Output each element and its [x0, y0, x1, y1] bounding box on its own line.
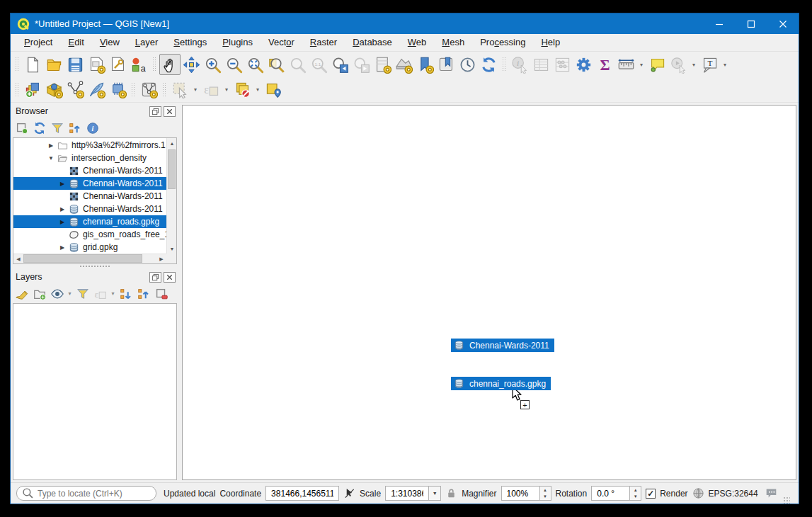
- run-feature-action-dropdown-arrow[interactable]: ▾: [689, 54, 699, 75]
- layers-float-button[interactable]: [149, 272, 161, 283]
- resize-grip[interactable]: [783, 496, 790, 504]
- lock-icon[interactable]: [445, 487, 457, 499]
- titlebar[interactable]: *Untitled Project — QGIS [New1]: [11, 13, 799, 34]
- menu-project[interactable]: Project: [16, 35, 60, 50]
- new-spatialite-layer-button[interactable]: [86, 79, 107, 101]
- pointer-position-icon[interactable]: [343, 487, 355, 499]
- tree-expand-arrow[interactable]: ▶: [56, 181, 69, 187]
- processing-toolbox-button[interactable]: [573, 54, 594, 75]
- scale-input[interactable]: [391, 489, 423, 499]
- new-3d-map-view-button[interactable]: [393, 54, 414, 75]
- text-annotation-dropdown-arrow[interactable]: ▾: [720, 54, 730, 75]
- remove-layer-button[interactable]: [152, 285, 170, 302]
- pan-map-button[interactable]: [159, 54, 181, 75]
- browser-horizontal-scrollbar[interactable]: ◀ ▶: [13, 254, 166, 263]
- tree-expand-arrow[interactable]: ▶: [56, 219, 69, 225]
- menu-view[interactable]: View: [92, 35, 127, 50]
- measure-line-button[interactable]: [615, 54, 636, 75]
- rotation-input[interactable]: [597, 489, 624, 499]
- map-canvas[interactable]: + Chennai-Wards-2011chennai_roads.gpkg: [182, 105, 796, 480]
- open-project-button[interactable]: [43, 54, 64, 75]
- tree-item-intersection-density[interactable]: ▼intersection_density: [13, 152, 166, 164]
- browser-vertical-scrollbar[interactable]: ▲ ▼: [166, 138, 176, 254]
- manage-themes-button[interactable]: [48, 285, 66, 302]
- new-shapefile-layer-button[interactable]: [64, 79, 86, 101]
- menu-raster[interactable]: Raster: [302, 35, 345, 50]
- filter-legend-button[interactable]: [74, 285, 91, 302]
- tree-expand-arrow[interactable]: ▼: [45, 155, 57, 161]
- tree-item-chennai-wards-2011[interactable]: Chennai-Wards-2011: [13, 190, 166, 203]
- render-checkbox[interactable]: ✓: [646, 489, 656, 499]
- new-spatial-bookmark-button[interactable]: [414, 54, 435, 75]
- tree-item-chennai-wards-2011[interactable]: ▶Chennai-Wards-2011: [13, 203, 166, 215]
- layer-styling-button[interactable]: [13, 285, 30, 302]
- tree-item-chennai-wards-2011[interactable]: ▶Chennai-Wards-2011: [13, 177, 166, 190]
- scale-dropdown-arrow[interactable]: ▼: [429, 486, 441, 501]
- crs-label[interactable]: EPSG:32644: [709, 489, 758, 499]
- rotation-down-arrow[interactable]: ▼: [630, 494, 641, 501]
- save-project-button[interactable]: [64, 54, 86, 75]
- new-geopackage-layer-button[interactable]: [43, 79, 64, 101]
- show-spatial-bookmarks-button[interactable]: [435, 54, 457, 75]
- add-selected-layers-button[interactable]: [13, 119, 30, 137]
- scroll-up-arrow[interactable]: ▲: [167, 138, 177, 148]
- refresh-browser-button[interactable]: [30, 119, 48, 137]
- refresh-map-button[interactable]: [478, 54, 499, 75]
- magnifier-input[interactable]: [507, 489, 534, 499]
- tree-item-http-3a-2f-2fmirrors-1[interactable]: ▶http%3a%2f%2fmirrors.1: [13, 139, 166, 152]
- temporal-controller-button[interactable]: [457, 54, 478, 75]
- messages-icon[interactable]: [765, 487, 777, 499]
- deselect-all-dropdown-arrow[interactable]: ▾: [253, 79, 263, 101]
- filter-expression-dropdown-arrow[interactable]: ▾: [109, 290, 117, 297]
- zoom-to-selection-button[interactable]: [265, 54, 287, 75]
- new-print-layout-button[interactable]: [86, 54, 107, 75]
- menu-web[interactable]: Web: [400, 35, 435, 50]
- pan-to-selection-button[interactable]: [181, 54, 202, 75]
- zoom-in-button[interactable]: [202, 54, 223, 75]
- properties-widget-button[interactable]: i: [84, 119, 101, 137]
- coordinate-input[interactable]: [271, 489, 333, 499]
- select-by-expression-dropdown-arrow[interactable]: ▾: [222, 79, 231, 101]
- tree-item-grid-gpkg[interactable]: ▶grid.gpkg: [13, 241, 166, 254]
- menu-database[interactable]: Database: [345, 35, 400, 50]
- minimize-button[interactable]: [703, 13, 735, 34]
- new-map-view-button[interactable]: [372, 54, 393, 75]
- layers-list-empty[interactable]: [13, 303, 177, 480]
- map-tips-button[interactable]: [646, 54, 668, 75]
- filter-browser-button[interactable]: [48, 119, 66, 137]
- style-manager-button[interactable]: a: [128, 54, 149, 75]
- layers-close-button[interactable]: [164, 272, 176, 283]
- tree-expand-arrow[interactable]: ▶: [56, 244, 69, 251]
- select-by-form-button[interactable]: [263, 79, 284, 101]
- close-button[interactable]: [767, 13, 799, 34]
- manage-themes-dropdown-arrow[interactable]: ▾: [66, 290, 74, 297]
- locate-input[interactable]: [38, 489, 144, 499]
- new-temporary-scratch-layer-button[interactable]: [138, 79, 159, 101]
- deselect-all-button[interactable]: [231, 79, 253, 101]
- menu-vector[interactable]: Vector: [261, 35, 302, 50]
- tree-expand-arrow[interactable]: ▶: [56, 206, 69, 212]
- add-group-button[interactable]: [30, 285, 48, 302]
- magnifier-down-arrow[interactable]: ▼: [540, 494, 551, 501]
- select-features-dropdown-arrow[interactable]: ▾: [190, 79, 200, 101]
- zoom-out-button[interactable]: [223, 54, 244, 75]
- crs-globe-icon[interactable]: [692, 487, 704, 499]
- tree-item-chennai-roads-gpkg[interactable]: ▶chennai_roads.gpkg: [13, 215, 166, 228]
- menu-help[interactable]: Help: [533, 35, 568, 50]
- expand-all-button[interactable]: [117, 285, 135, 302]
- locate-bar[interactable]: [16, 486, 156, 501]
- zoom-last-button[interactable]: [329, 54, 350, 75]
- magnifier-up-arrow[interactable]: ▲: [540, 487, 551, 494]
- rotation-up-arrow[interactable]: ▲: [630, 487, 641, 494]
- menu-layer[interactable]: Layer: [127, 35, 166, 50]
- collapse-all-button[interactable]: [66, 119, 84, 137]
- scroll-thumb[interactable]: [23, 254, 142, 263]
- text-annotation-button[interactable]: T: [699, 54, 720, 75]
- scroll-down-arrow[interactable]: ▼: [167, 244, 177, 254]
- new-virtual-layer-button[interactable]: [107, 79, 128, 101]
- menu-mesh[interactable]: Mesh: [434, 35, 472, 50]
- browser-close-button[interactable]: [164, 106, 176, 117]
- scroll-right-arrow[interactable]: ▶: [156, 254, 166, 264]
- show-layout-manager-button[interactable]: [107, 54, 128, 75]
- browser-float-button[interactable]: [149, 106, 161, 117]
